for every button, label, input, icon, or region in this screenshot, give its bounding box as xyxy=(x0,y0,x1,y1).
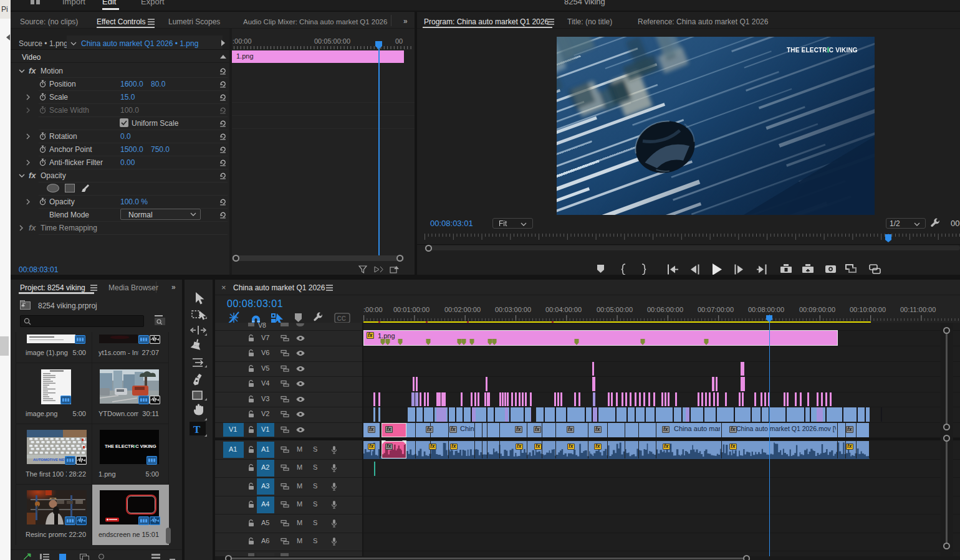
svg-text:CC: CC xyxy=(337,315,346,322)
svg-text:THE ELECTRIC VIKING: THE ELECTRIC VIKING xyxy=(787,47,858,54)
svg-text:T: T xyxy=(193,424,201,435)
